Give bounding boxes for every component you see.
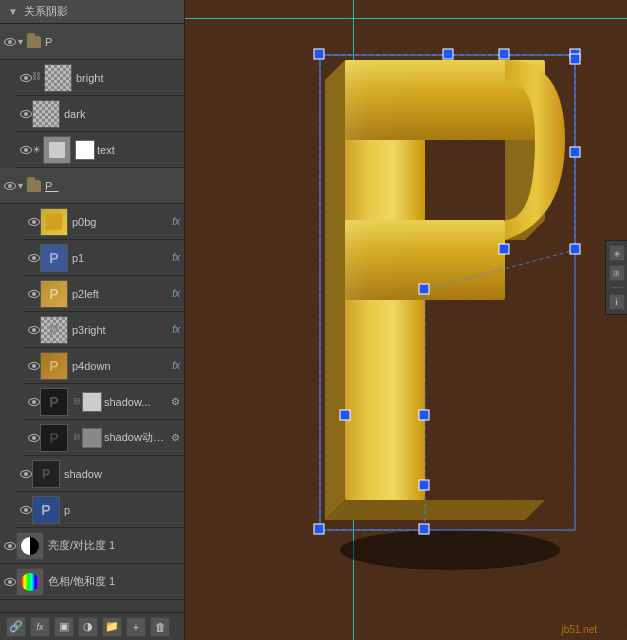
- add-mask-button[interactable]: ▣: [54, 617, 74, 637]
- layers-panel: ▼ 关系阴影 ▼ P ⛓ bright dark ☀: [0, 0, 185, 640]
- group-expand-arrow[interactable]: ▼: [16, 181, 25, 191]
- visibility-icon[interactable]: [20, 146, 32, 154]
- mini-btn-1[interactable]: ◈: [609, 245, 625, 261]
- layer-thumbnail: P: [32, 496, 60, 524]
- layer-scroll-area[interactable]: ▼ P ⛓ bright dark ☀ text: [0, 24, 184, 612]
- layer-shadow-mask[interactable]: P ⛓ shadow... ⚙: [24, 384, 184, 420]
- layer-hue-adjustment[interactable]: 色相/饱和度 1: [0, 564, 184, 600]
- svg-rect-22: [419, 480, 429, 490]
- link-icon: ⛓: [32, 71, 42, 85]
- layer-group-p-inner[interactable]: ▼ P_: [0, 168, 184, 204]
- layer-name: shadow...: [104, 396, 169, 408]
- svg-rect-7: [320, 55, 575, 530]
- adjustment-thumbnail: [16, 532, 44, 560]
- mini-divider: [611, 287, 623, 288]
- new-group-button[interactable]: 📁: [102, 617, 122, 637]
- layer-name: p0bg: [72, 216, 168, 228]
- layer-name: p4down: [72, 360, 168, 372]
- layer-thumbnail: P: [40, 388, 68, 416]
- panel-bottom-toolbar: 🔗 fx ▣ ◑ 📁 + 🗑: [0, 612, 184, 640]
- layer-p-solo[interactable]: P p: [16, 492, 184, 528]
- svg-rect-11: [419, 524, 429, 534]
- side-mini-panel: ◈ ⊞ i: [605, 240, 627, 315]
- folder-icon: [27, 180, 41, 192]
- visibility-icon[interactable]: [4, 182, 16, 190]
- mask-thumbnail: [82, 428, 102, 448]
- svg-rect-21: [419, 410, 429, 420]
- link-layers-button[interactable]: 🔗: [6, 617, 26, 637]
- layer-thumbnail: P: [40, 280, 68, 308]
- layer-bright[interactable]: ⛓ bright: [16, 60, 184, 96]
- layer-shadow[interactable]: P shadow: [16, 456, 184, 492]
- sun-icon: ☀: [32, 144, 41, 155]
- gear-icon: ⚙: [171, 396, 180, 407]
- layer-p4down[interactable]: P p4down fx: [24, 348, 184, 384]
- mini-btn-info[interactable]: i: [609, 294, 625, 310]
- add-style-button[interactable]: fx: [30, 617, 50, 637]
- layer-name: text: [97, 144, 180, 156]
- svg-rect-20: [340, 410, 350, 420]
- adjustment-thumbnail: [16, 568, 44, 596]
- layer-thumbnail: [43, 136, 71, 164]
- layer-group-p-top[interactable]: ▼ P: [0, 24, 184, 60]
- layer-thumbnail: P: [40, 424, 68, 452]
- layer-text[interactable]: ☀ text: [16, 132, 184, 168]
- new-adjustment-button[interactable]: ◑: [78, 617, 98, 637]
- chain-icon: ⛓: [73, 433, 81, 442]
- layer-p2left[interactable]: P p2left fx: [24, 276, 184, 312]
- layer-brightness-adjustment[interactable]: 亮度/对比度 1: [0, 528, 184, 564]
- gear-icon: ⚙: [171, 432, 180, 443]
- svg-rect-17: [570, 54, 580, 64]
- delete-layer-button[interactable]: 🗑: [150, 617, 170, 637]
- visibility-icon[interactable]: [28, 254, 40, 262]
- mask-thumbnail: [82, 392, 102, 412]
- chain-icon: ⛓: [73, 397, 81, 406]
- svg-rect-10: [314, 524, 324, 534]
- layer-name: 色相/饱和度 1: [48, 574, 180, 589]
- layer-shadow-motion[interactable]: P ⛓ shadow动感... ⚙: [24, 420, 184, 456]
- layer-dark[interactable]: dark: [16, 96, 184, 132]
- visibility-icon[interactable]: [20, 110, 32, 118]
- layer-thumbnail: P: [32, 460, 60, 488]
- svg-rect-14: [419, 284, 429, 294]
- visibility-icon[interactable]: [28, 398, 40, 406]
- layer-name: P: [45, 36, 180, 48]
- visibility-icon[interactable]: [20, 506, 32, 514]
- group-expand-arrow[interactable]: ▼: [16, 37, 25, 47]
- visibility-icon[interactable]: [4, 578, 16, 586]
- layer-thumbnail: P: [40, 316, 68, 344]
- layer-name: 亮度/对比度 1: [48, 538, 180, 553]
- visibility-icon[interactable]: [20, 470, 32, 478]
- svg-rect-8: [314, 49, 324, 59]
- visibility-icon[interactable]: [4, 38, 16, 46]
- canvas-area: ◈ ⊞ i jb51.net: [185, 0, 627, 640]
- layer-p0bg[interactable]: p0bg fx: [24, 204, 184, 240]
- visibility-icon[interactable]: [28, 362, 40, 370]
- layer-p3right[interactable]: P p3right fx: [24, 312, 184, 348]
- svg-rect-16: [499, 49, 509, 59]
- fx-badge: fx: [172, 360, 180, 371]
- visibility-icon[interactable]: [28, 434, 40, 442]
- visibility-icon[interactable]: [4, 542, 16, 550]
- layer-name: shadow动感...: [104, 430, 169, 445]
- fx-badge: fx: [172, 324, 180, 335]
- layer-name: shadow: [64, 468, 180, 480]
- fx-badge: fx: [172, 288, 180, 299]
- svg-rect-12: [443, 49, 453, 59]
- new-layer-button[interactable]: +: [126, 617, 146, 637]
- svg-rect-19: [499, 244, 509, 254]
- layer-thumbnail: P: [40, 244, 68, 272]
- layer-name: p2left: [72, 288, 168, 300]
- mini-btn-2[interactable]: ⊞: [609, 265, 625, 281]
- panel-collapse-arrow[interactable]: ▼: [8, 6, 18, 17]
- visibility-icon[interactable]: [28, 290, 40, 298]
- layer-name: bright: [76, 72, 180, 84]
- visibility-icon[interactable]: [28, 218, 40, 226]
- folder-icon: [27, 36, 41, 48]
- visibility-icon[interactable]: [20, 74, 32, 82]
- watermark: jb51.net: [561, 624, 597, 635]
- visibility-icon[interactable]: [28, 326, 40, 334]
- layer-name: P_: [45, 180, 180, 192]
- fx-badge: fx: [172, 252, 180, 263]
- layer-p1[interactable]: P p1 fx: [24, 240, 184, 276]
